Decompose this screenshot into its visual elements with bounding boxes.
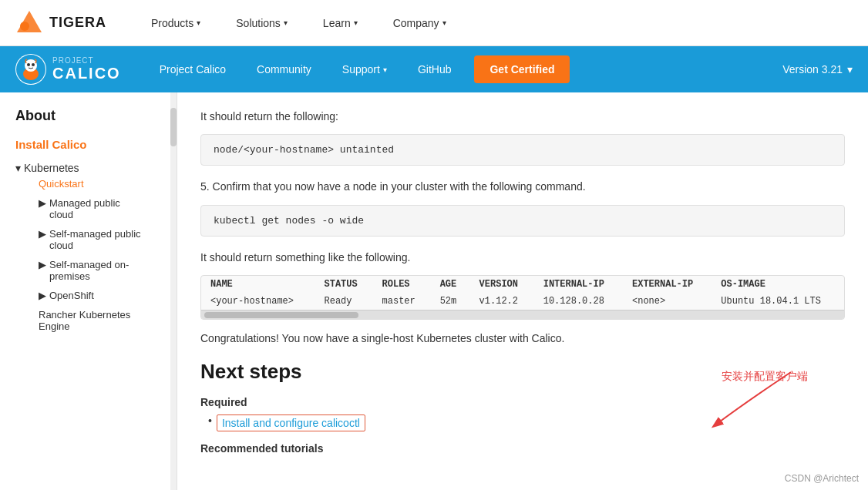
svg-point-4 (25, 59, 37, 72)
svg-marker-0 (17, 11, 42, 32)
col-internal-ip: INTERNAL-IP (534, 276, 623, 293)
col-status: STATUS (315, 276, 372, 293)
code-block-2: kubectl get nodes -o wide (200, 205, 845, 237)
sidebar-kubernetes-item[interactable]: ▾ Kubernetes (15, 162, 161, 174)
col-name: NAME (201, 276, 315, 293)
col-version: VERSION (470, 276, 534, 293)
install-calicoctl-link[interactable]: Install and configure calicoctl (217, 414, 365, 431)
products-nav-item[interactable]: Products ▾ (145, 14, 207, 32)
svg-text:安装并配置客户端: 安装并配置客户端 (722, 370, 808, 382)
table-row: <your-hostname> Ready master 52m v1.12.2… (201, 293, 844, 310)
products-chevron-icon: ▾ (197, 18, 200, 27)
sidebar-scrollbar[interactable] (170, 92, 177, 490)
version-selector[interactable]: Version 3.21 ▾ (782, 63, 853, 76)
sidebar-about-label: About (0, 100, 177, 132)
project-calico-nav-item[interactable]: Project Calico (144, 46, 241, 92)
openshift-arrow-icon: ▶ (39, 290, 46, 301)
company-nav-item[interactable]: Company ▾ (387, 14, 453, 32)
bullet-icon: • (208, 414, 212, 427)
code-block-1: node/<your-hostname> untainted (200, 134, 845, 166)
table-scrollbar[interactable] (201, 310, 844, 319)
svg-point-1 (20, 22, 29, 31)
calico-nav: PROJECT CALICO Project Calico Community … (0, 46, 868, 92)
learn-nav-item[interactable]: Learn ▾ (317, 14, 364, 32)
col-external-ip: EXTERNAL-IP (623, 276, 712, 293)
annotation-arrow-svg: 安装并配置客户端 (621, 364, 837, 441)
logo-area[interactable]: TIGERA (15, 9, 106, 37)
cell-version: v1.12.2 (470, 293, 534, 310)
sidebar-managed-public-cloud-item[interactable]: ▶ Managed public cloud (15, 193, 161, 224)
calico-logo-icon (15, 54, 46, 85)
svg-point-5 (27, 63, 30, 66)
top-nav: TIGERA Products ▾ Solutions ▾ Learn ▾ Co… (0, 0, 868, 46)
svg-point-6 (32, 63, 35, 66)
sidebar-quickstart-item[interactable]: Quickstart (15, 174, 161, 193)
support-nav-item[interactable]: Support ▾ (327, 46, 402, 92)
solutions-nav-item[interactable]: Solutions ▾ (230, 14, 294, 32)
sidebar-openshift-item[interactable]: ▶ OpenShift (15, 286, 161, 305)
self-managed-on-prem-arrow-icon: ▶ (39, 259, 46, 270)
col-age: AGE (431, 276, 470, 293)
calico-subtitle: PROJECT (52, 56, 121, 65)
sidebar-rancher-item[interactable]: Rancher Kubernetes Engine (15, 305, 161, 336)
sidebar: About Install Calico ▾ Kubernetes Quicks… (0, 92, 177, 490)
sidebar-self-managed-on-premises-item[interactable]: ▶ Self-managed on-premises (15, 255, 161, 286)
get-certified-button[interactable]: Get Certified (474, 55, 570, 83)
node-table-container: NAME STATUS ROLES AGE VERSION INTERNAL-I… (200, 275, 845, 320)
company-chevron-icon: ▾ (442, 18, 446, 27)
col-roles: ROLES (373, 276, 431, 293)
col-os-image: OS-IMAGE (712, 276, 844, 293)
tigera-logo-text: TIGERA (49, 15, 106, 31)
tigera-logo-icon (15, 9, 43, 37)
sidebar-kubernetes-section: ▾ Kubernetes Quickstart ▶ Managed public… (0, 157, 177, 341)
step5-text: 5. Confirm that you now have a node in y… (200, 178, 845, 195)
step5-result-text: It should return something like the foll… (200, 249, 845, 266)
cell-status: Ready (315, 293, 372, 310)
install-link-container: • Install and configure calicoctl 安装并配置客… (200, 414, 845, 431)
self-managed-public-arrow-icon: ▶ (39, 228, 46, 240)
calico-mascot-icon (15, 54, 46, 85)
learn-chevron-icon: ▾ (354, 18, 358, 27)
recommended-label: Recommended tutorials (200, 442, 845, 455)
calico-logo-text: CALICO (52, 65, 121, 82)
solutions-chevron-icon: ▾ (284, 18, 288, 27)
sidebar-scroll-thumb (170, 108, 177, 146)
cell-hostname: <your-hostname> (201, 293, 315, 310)
managed-cloud-arrow-icon: ▶ (39, 197, 46, 209)
csdn-watermark: CSDN @Arichtect (785, 473, 859, 484)
intro-text: It should return the following: (200, 108, 845, 125)
kubernetes-arrow-icon: ▾ (15, 162, 21, 174)
cell-internal-ip: 10.128.0.28 (534, 293, 623, 310)
main-layout: About Install Calico ▾ Kubernetes Quicks… (0, 92, 868, 490)
cell-age: 52m (431, 293, 470, 310)
cell-roles: master (373, 293, 431, 310)
sidebar-self-managed-public-cloud-item[interactable]: ▶ Self-managed public cloud (15, 224, 161, 255)
cell-external-ip: <none> (623, 293, 712, 310)
cell-os-image: Ubuntu 18.04.1 LTS (712, 293, 844, 310)
sidebar-install-calico[interactable]: Install Calico (0, 132, 177, 157)
content-area: It should return the following: node/<yo… (177, 92, 868, 490)
github-nav-item[interactable]: GitHub (402, 46, 467, 92)
calico-logo[interactable]: PROJECT CALICO (15, 54, 121, 85)
node-table: NAME STATUS ROLES AGE VERSION INTERNAL-I… (201, 276, 844, 310)
congrats-text: Congratulations! You now have a single-h… (200, 332, 845, 344)
support-chevron-icon: ▾ (383, 65, 387, 74)
community-nav-item[interactable]: Community (241, 46, 327, 92)
table-scroll-thumb (204, 312, 358, 318)
version-chevron-icon: ▾ (847, 63, 853, 76)
